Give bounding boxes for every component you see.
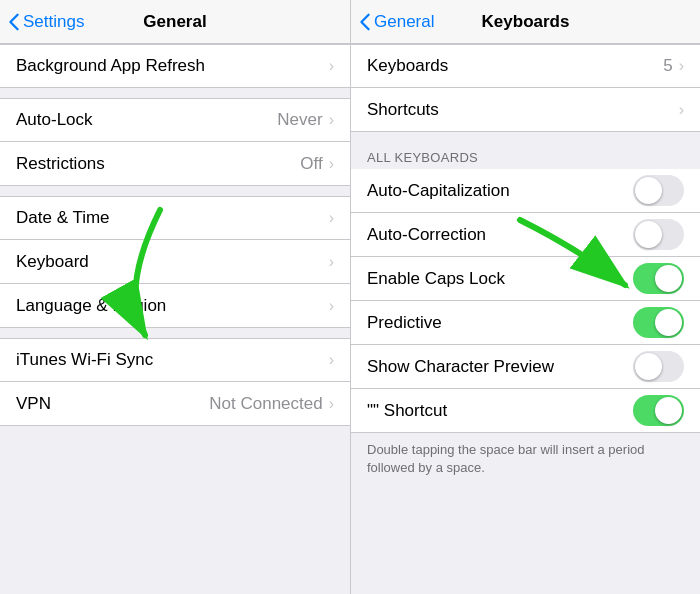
right-settings-list: Keyboards 5 › Shortcuts › ALL KEYBOARDS …	[351, 44, 700, 594]
item-label-language: Language & Region	[16, 296, 329, 316]
left-nav-title: General	[143, 12, 206, 32]
chevron-icon-kb: ›	[679, 57, 684, 75]
list-item-keyboard[interactable]: Keyboard ›	[0, 240, 350, 284]
list-item-itunes[interactable]: iTunes Wi-Fi Sync ›	[0, 338, 350, 382]
left-settings-list: Background App Refresh › Auto-Lock Never…	[0, 44, 350, 594]
list-item-predictive[interactable]: Predictive	[351, 301, 700, 345]
item-label-itunes: iTunes Wi-Fi Sync	[16, 350, 329, 370]
item-label-predictive: Predictive	[367, 313, 633, 333]
chevron-icon-1: ›	[329, 111, 334, 129]
toggle-knob-auto-cap	[635, 177, 662, 204]
list-item-language[interactable]: Language & Region ›	[0, 284, 350, 328]
left-group-1: Background App Refresh ›	[0, 44, 350, 88]
list-item-background-refresh[interactable]: Background App Refresh ›	[0, 44, 350, 88]
item-label-caps-lock: Enable Caps Lock	[367, 269, 633, 289]
item-label-auto-cap: Auto-Capitalization	[367, 181, 633, 201]
list-item-caps-lock[interactable]: Enable Caps Lock	[351, 257, 700, 301]
toggle-knob-auto-correct	[635, 221, 662, 248]
left-nav-bar: Settings General	[0, 0, 350, 44]
item-label-autolock: Auto-Lock	[16, 110, 277, 130]
list-item-auto-correct[interactable]: Auto-Correction	[351, 213, 700, 257]
list-item-shortcuts[interactable]: Shortcuts ›	[351, 88, 700, 132]
list-item-shortcut[interactable]: "" Shortcut	[351, 389, 700, 433]
list-item-vpn[interactable]: VPN Not Connected ›	[0, 382, 350, 426]
right-back-button[interactable]: General	[359, 12, 434, 32]
right-panel: General Keyboards Keyboards 5 › Shortcut…	[350, 0, 700, 594]
chevron-icon-5: ›	[329, 297, 334, 315]
toggle-predictive[interactable]	[633, 307, 684, 338]
list-item-keyboards[interactable]: Keyboards 5 ›	[351, 44, 700, 88]
item-label-datetime: Date & Time	[16, 208, 329, 228]
item-value-keyboards: 5	[663, 56, 672, 76]
left-group-2: Auto-Lock Never › Restrictions Off ›	[0, 98, 350, 186]
left-back-label: Settings	[23, 12, 84, 32]
chevron-icon-0: ›	[329, 57, 334, 75]
right-back-label: General	[374, 12, 434, 32]
item-value-vpn: Not Connected	[209, 394, 322, 414]
item-value-restrictions: Off	[300, 154, 322, 174]
right-nav-title: Keyboards	[482, 12, 570, 32]
section-header-all-keyboards: ALL KEYBOARDS	[351, 142, 700, 169]
left-group-3: Date & Time › Keyboard › Language & Regi…	[0, 196, 350, 328]
toggle-knob-char-preview	[635, 353, 662, 380]
all-keyboards-section: ALL KEYBOARDS Auto-Capitalization Auto-C…	[351, 142, 700, 433]
chevron-icon-7: ›	[329, 395, 334, 413]
left-group-4: iTunes Wi-Fi Sync › VPN Not Connected ›	[0, 338, 350, 426]
item-label-keyboard: Keyboard	[16, 252, 329, 272]
item-label-shortcut: "" Shortcut	[367, 401, 633, 421]
list-item-auto-cap[interactable]: Auto-Capitalization	[351, 169, 700, 213]
item-label-vpn: VPN	[16, 394, 209, 414]
toggle-char-preview[interactable]	[633, 351, 684, 382]
list-item-char-preview[interactable]: Show Character Preview	[351, 345, 700, 389]
item-label-keyboards: Keyboards	[367, 56, 663, 76]
right-group-top: Keyboards 5 › Shortcuts ›	[351, 44, 700, 132]
section-footer: Double tapping the space bar will insert…	[351, 433, 700, 489]
chevron-icon-4: ›	[329, 253, 334, 271]
toggle-shortcut[interactable]	[633, 395, 684, 426]
toggle-knob-caps-lock	[655, 265, 682, 292]
toggle-caps-lock[interactable]	[633, 263, 684, 294]
item-label-restrictions: Restrictions	[16, 154, 300, 174]
toggle-auto-correct[interactable]	[633, 219, 684, 250]
left-back-button[interactable]: Settings	[8, 12, 84, 32]
left-panel: Settings General Background App Refresh …	[0, 0, 350, 594]
item-label-background-refresh: Background App Refresh	[16, 56, 329, 76]
toggle-auto-cap[interactable]	[633, 175, 684, 206]
item-label-auto-correct: Auto-Correction	[367, 225, 633, 245]
list-item-datetime[interactable]: Date & Time ›	[0, 196, 350, 240]
chevron-icon-sc: ›	[679, 101, 684, 119]
item-value-autolock: Never	[277, 110, 322, 130]
toggle-knob-shortcut	[655, 397, 682, 424]
right-nav-bar: General Keyboards	[351, 0, 700, 44]
toggle-knob-predictive	[655, 309, 682, 336]
chevron-icon-6: ›	[329, 351, 334, 369]
chevron-icon-3: ›	[329, 209, 334, 227]
list-item-autolock[interactable]: Auto-Lock Never ›	[0, 98, 350, 142]
list-item-restrictions[interactable]: Restrictions Off ›	[0, 142, 350, 186]
item-label-shortcuts: Shortcuts	[367, 100, 679, 120]
chevron-icon-2: ›	[329, 155, 334, 173]
item-label-char-preview: Show Character Preview	[367, 357, 633, 377]
